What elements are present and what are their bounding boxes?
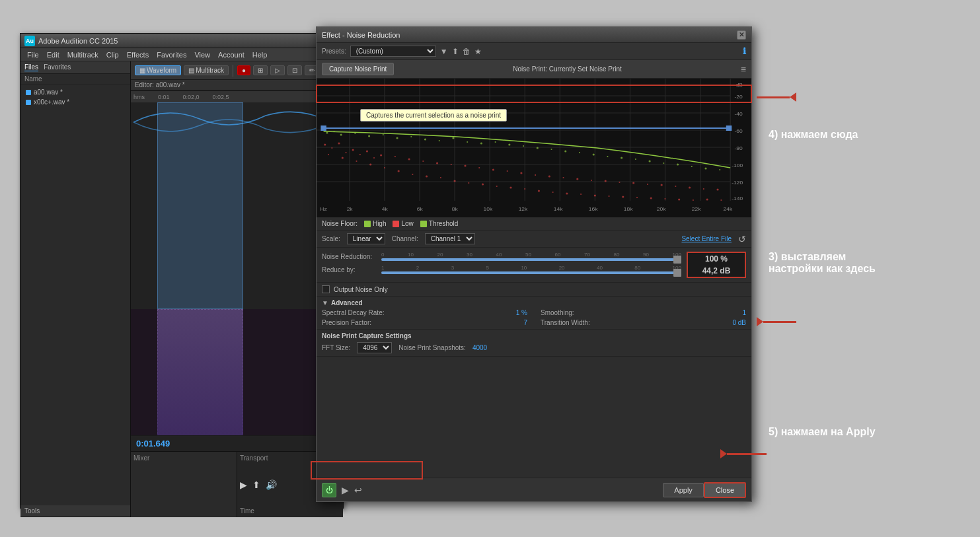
preset-dropdown-btn[interactable]: ▼: [440, 47, 448, 56]
close-main-btn[interactable]: Close: [704, 482, 746, 498]
select-entire-btn[interactable]: Select Entire File: [681, 235, 732, 242]
svg-point-44: [621, 157, 622, 159]
menu-bar: File Edit Multitrack Clip Effects Favori…: [20, 48, 343, 61]
nr-slider-track[interactable]: [381, 258, 681, 261]
scale-select[interactable]: Linear: [347, 233, 385, 244]
record-btn[interactable]: ●: [237, 65, 250, 75]
capture-noise-btn[interactable]: Capture Noise Print: [322, 63, 394, 75]
svg-text:14k: 14k: [554, 206, 564, 212]
svg-point-82: [689, 187, 691, 189]
nr-ticks: 0 10 20 30 40 50 60 70 80 90 100: [381, 252, 681, 258]
nr-slider-thumb[interactable]: [673, 256, 681, 264]
svg-text:8k: 8k: [452, 206, 459, 212]
nr-tick-0: 0: [381, 252, 384, 258]
menu-effects[interactable]: Effects: [123, 48, 153, 61]
apply-btn[interactable]: Apply: [663, 483, 704, 497]
menu-help[interactable]: Help: [248, 48, 272, 61]
menu-account[interactable]: Account: [214, 48, 248, 61]
file-item-a00[interactable]: a00.wav *: [23, 87, 128, 97]
precision-label: Precision Factor:: [322, 319, 371, 326]
svg-point-105: [608, 196, 609, 197]
preset-star-btn[interactable]: ★: [474, 47, 482, 56]
advanced-header[interactable]: ▼ Advanced: [322, 299, 746, 306]
svg-point-32: [452, 137, 454, 139]
transition-row: Transition Width: 0 dB: [541, 319, 746, 326]
svg-text:4k: 4k: [382, 206, 389, 212]
menu-edit[interactable]: Edit: [43, 48, 63, 61]
fft-select[interactable]: 4096: [357, 342, 392, 353]
marquee-btn[interactable]: ⊡: [287, 65, 302, 75]
snapshots-label: Noise Print Snapshots:: [398, 344, 466, 351]
export-loop-btn[interactable]: ↩: [354, 485, 362, 495]
nr-tick-40: 40: [496, 252, 502, 258]
svg-text:-100: -100: [732, 162, 743, 168]
bottom-panels: Mixer Transport ▶ ⬆ 🔊 Time: [131, 451, 343, 517]
menu-favorites[interactable]: Favorites: [153, 48, 190, 61]
svg-point-40: [564, 151, 566, 153]
zoom-btn[interactable]: ⊞: [253, 65, 268, 75]
svg-point-58: [366, 151, 368, 153]
time-label: Time: [240, 507, 340, 515]
low-dot: [393, 221, 399, 227]
svg-point-46: [649, 161, 651, 162]
preset-delete-btn[interactable]: 🗑: [463, 47, 471, 56]
svg-point-109: [664, 198, 665, 199]
step3-annotation: 3) выставляем настройки как здесь: [769, 251, 876, 275]
step4-annotation: 4) нажмаем сюда: [769, 129, 858, 141]
menu-multitrack[interactable]: Multitrack: [63, 48, 102, 61]
waveform-wave: [131, 102, 343, 309]
high-legend: High: [364, 220, 387, 227]
noise-menu-btn[interactable]: ≡: [741, 64, 746, 75]
svg-point-111: [693, 199, 694, 201]
svg-point-80: [661, 184, 663, 186]
svg-point-100: [538, 190, 540, 192]
presets-select[interactable]: (Custom): [350, 46, 436, 57]
svg-point-70: [520, 172, 522, 174]
svg-point-106: [622, 196, 624, 198]
waveform-area[interactable]: hms 0:01 0:02,0 0:02,5: [131, 90, 343, 435]
svg-point-83: [703, 188, 704, 190]
preset-save-btn[interactable]: ⬆: [452, 47, 459, 56]
favorites-tab[interactable]: Favorites: [44, 63, 71, 71]
scale-channel-row: Scale: Linear Channel: Channel 1 Select …: [317, 231, 751, 248]
dialog-close-btn[interactable]: ✕: [737, 30, 746, 40]
info-btn[interactable]: ℹ: [743, 46, 746, 56]
timeline-001: 0:01: [158, 94, 170, 100]
menu-view[interactable]: View: [190, 48, 214, 61]
timeline-002: 0:02,0: [183, 94, 200, 100]
svg-point-33: [467, 141, 468, 143]
multitrack-btn[interactable]: ▤ Multitrack: [184, 65, 229, 75]
menu-file[interactable]: File: [23, 48, 43, 61]
rb-slider-thumb[interactable]: [673, 269, 681, 277]
svg-point-107: [636, 197, 638, 198]
play-transport-btn[interactable]: ▶: [240, 480, 247, 490]
svg-text:-80: -80: [735, 145, 743, 151]
svg-point-84: [716, 189, 718, 191]
svg-point-60: [380, 155, 382, 157]
svg-point-112: [706, 199, 708, 201]
power-btn[interactable]: ⏻: [322, 483, 336, 497]
play-preview-btn[interactable]: ▶: [342, 485, 349, 495]
low-legend: Low: [393, 220, 413, 227]
dialog-titlebar: Effect - Noise Reduction ✕: [317, 27, 751, 43]
file-item-x00c[interactable]: x00c+.wav *: [23, 97, 128, 107]
files-tab[interactable]: Files: [24, 63, 38, 71]
spectral-decay-label: Spectral Decay Rate:: [322, 309, 385, 316]
editor-label: Editor: a00.wav *: [131, 80, 343, 90]
undo-btn[interactable]: ↺: [738, 234, 746, 244]
waveform-btn[interactable]: ▦ Waveform: [135, 65, 181, 75]
channel-select[interactable]: Channel 1: [425, 233, 475, 244]
rb-slider-track[interactable]: [381, 271, 681, 274]
select-btn[interactable]: ▷: [270, 65, 285, 75]
export-transport-btn[interactable]: ⬆: [252, 480, 260, 490]
svg-point-78: [632, 182, 634, 184]
svg-point-27: [383, 134, 384, 135]
dialog-title: Effect - Noise Reduction: [322, 31, 737, 39]
precision-row: Precision Factor: 7: [322, 319, 527, 326]
high-dot: [364, 221, 371, 227]
volume-btn[interactable]: 🔊: [266, 480, 277, 490]
waveform-top[interactable]: [131, 102, 343, 309]
menu-clip[interactable]: Clip: [102, 48, 123, 61]
output-noise-checkbox[interactable]: [322, 285, 330, 293]
waveform-bottom[interactable]: [131, 309, 343, 435]
